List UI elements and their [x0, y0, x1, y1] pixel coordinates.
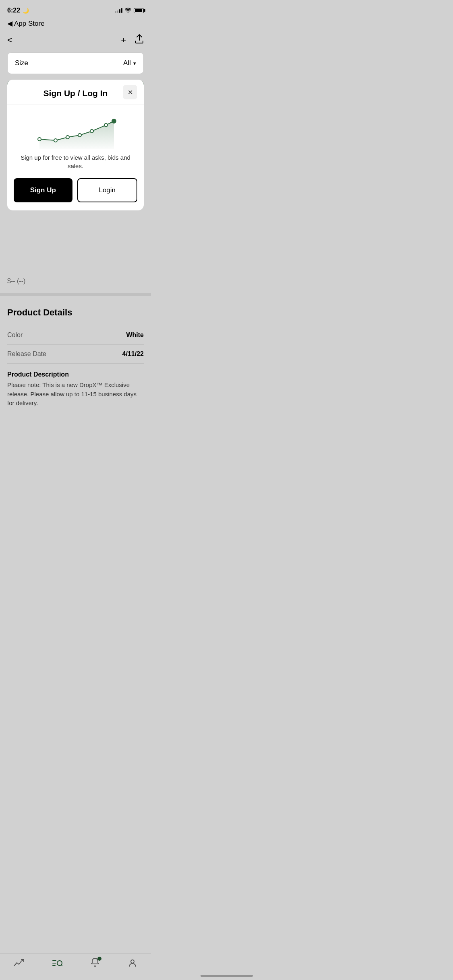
modal-title: Sign Up / Log In [43, 89, 108, 98]
wifi-icon [125, 7, 131, 14]
plus-button[interactable]: + [121, 35, 126, 45]
svg-point-3 [78, 134, 81, 137]
moon-icon: 🌙 [23, 8, 29, 14]
nav-bar: < + [0, 31, 151, 52]
login-button[interactable]: Login [77, 178, 138, 202]
section-divider [0, 293, 151, 296]
modal-close-button[interactable]: ✕ [123, 85, 137, 99]
share-button[interactable] [135, 34, 144, 46]
battery-icon [134, 8, 144, 13]
price-row: $-- (--) [0, 273, 151, 290]
release-date-label: Release Date [7, 350, 46, 358]
size-selector[interactable]: Size All ▾ [7, 52, 144, 74]
status-bar: 6:22 🌙 [0, 0, 151, 18]
modal-buttons: Sign Up Login [7, 178, 144, 210]
color-label: Color [7, 331, 23, 339]
svg-point-5 [104, 124, 108, 127]
svg-point-1 [54, 139, 57, 142]
color-row: Color White [7, 326, 144, 345]
product-description-title: Product Description [7, 371, 144, 378]
size-value: All ▾ [123, 59, 136, 67]
svg-point-6 [112, 119, 116, 123]
price-value: $-- (--) [7, 278, 25, 284]
sign-up-login-modal: Sign Up / Log In ✕ Sign up for free [7, 80, 144, 210]
nav-actions: + [121, 34, 144, 46]
status-time: 6:22 [7, 7, 20, 14]
product-details: Product Details Color White Release Date… [0, 299, 151, 416]
app-store-back[interactable]: ◀ App Store [7, 19, 144, 28]
modal-promo-text: Sign up for free to view all asks, bids … [7, 153, 144, 178]
modal-header: Sign Up / Log In ✕ [7, 80, 144, 105]
signup-button[interactable]: Sign Up [14, 178, 72, 202]
product-details-title: Product Details [7, 307, 144, 318]
status-left: 6:22 🌙 [7, 7, 29, 14]
modal-chart [7, 105, 144, 153]
release-date-value: 4/11/22 [122, 350, 144, 358]
color-value: White [126, 331, 144, 339]
size-label: Size [15, 59, 28, 67]
signal-bars [115, 8, 122, 13]
page-content: $-- (--) Product Details Color White Rel… [0, 273, 151, 416]
svg-point-2 [66, 136, 69, 139]
svg-point-4 [90, 130, 93, 133]
back-button[interactable]: < [7, 35, 12, 45]
app-store-label: App Store [14, 20, 45, 28]
back-triangle-icon: ◀ [7, 19, 12, 28]
chevron-down-icon: ▾ [133, 60, 136, 66]
product-description-text: Please note: This is a new DropX™ Exclus… [7, 381, 144, 408]
status-right [115, 7, 144, 14]
svg-point-0 [38, 138, 41, 141]
product-description: Product Description Please note: This is… [7, 371, 144, 408]
app-store-nav: ◀ App Store [0, 18, 151, 31]
release-date-row: Release Date 4/11/22 [7, 345, 144, 364]
